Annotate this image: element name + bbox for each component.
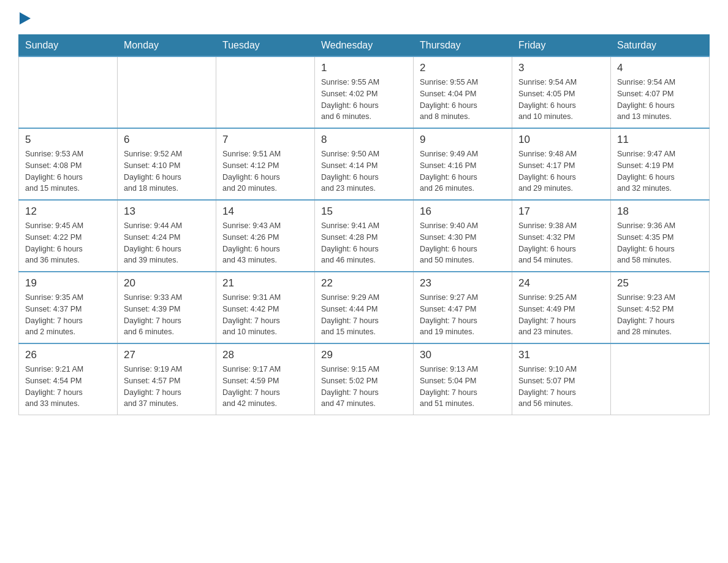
calendar-cell: 19Sunrise: 9:35 AM Sunset: 4:37 PM Dayli… — [19, 272, 118, 343]
calendar-cell: 5Sunrise: 9:53 AM Sunset: 4:08 PM Daylig… — [19, 128, 118, 200]
day-number: 23 — [420, 277, 506, 289]
calendar-week-row: 5Sunrise: 9:53 AM Sunset: 4:08 PM Daylig… — [19, 128, 710, 200]
calendar-header-thursday: Thursday — [414, 35, 512, 57]
day-info: Sunrise: 9:23 AM Sunset: 4:52 PM Dayligh… — [617, 292, 703, 338]
calendar-header-saturday: Saturday — [611, 35, 710, 57]
calendar-cell: 29Sunrise: 9:15 AM Sunset: 5:02 PM Dayli… — [315, 343, 414, 415]
day-info: Sunrise: 9:10 AM Sunset: 5:07 PM Dayligh… — [518, 364, 604, 410]
day-info: Sunrise: 9:41 AM Sunset: 4:28 PM Dayligh… — [321, 220, 407, 266]
day-info: Sunrise: 9:33 AM Sunset: 4:39 PM Dayligh… — [124, 292, 210, 338]
svg-marker-0 — [20, 12, 31, 25]
day-info: Sunrise: 9:36 AM Sunset: 4:35 PM Dayligh… — [617, 220, 703, 266]
calendar-header-monday: Monday — [118, 35, 216, 57]
calendar-week-row: 12Sunrise: 9:45 AM Sunset: 4:22 PM Dayli… — [19, 200, 710, 272]
day-number: 11 — [617, 134, 703, 146]
day-info: Sunrise: 9:25 AM Sunset: 4:49 PM Dayligh… — [518, 292, 604, 338]
day-info: Sunrise: 9:55 AM Sunset: 4:04 PM Dayligh… — [420, 77, 506, 123]
day-number: 10 — [518, 134, 604, 146]
day-number: 27 — [124, 349, 210, 361]
calendar-week-row: 1Sunrise: 9:55 AM Sunset: 4:02 PM Daylig… — [19, 56, 710, 128]
calendar-header-row: SundayMondayTuesdayWednesdayThursdayFrid… — [19, 35, 710, 57]
day-number: 4 — [617, 62, 703, 74]
logo-arrow-icon — [20, 12, 31, 25]
day-info: Sunrise: 9:27 AM Sunset: 4:47 PM Dayligh… — [420, 292, 506, 338]
calendar-cell: 9Sunrise: 9:49 AM Sunset: 4:16 PM Daylig… — [414, 128, 512, 200]
day-info: Sunrise: 9:35 AM Sunset: 4:37 PM Dayligh… — [25, 292, 111, 338]
calendar-cell — [216, 56, 315, 128]
day-number: 16 — [420, 205, 506, 218]
day-info: Sunrise: 9:29 AM Sunset: 4:44 PM Dayligh… — [321, 292, 407, 338]
calendar-cell: 4Sunrise: 9:54 AM Sunset: 4:07 PM Daylig… — [611, 56, 710, 128]
day-info: Sunrise: 9:44 AM Sunset: 4:24 PM Dayligh… — [124, 220, 210, 266]
day-info: Sunrise: 9:40 AM Sunset: 4:30 PM Dayligh… — [420, 220, 506, 266]
logo — [18, 12, 32, 22]
calendar-cell: 10Sunrise: 9:48 AM Sunset: 4:17 PM Dayli… — [512, 128, 611, 200]
calendar-table: SundayMondayTuesdayWednesdayThursdayFrid… — [18, 34, 710, 415]
calendar-cell: 23Sunrise: 9:27 AM Sunset: 4:47 PM Dayli… — [414, 272, 512, 343]
day-number: 7 — [222, 134, 308, 146]
day-number: 18 — [617, 205, 703, 218]
day-info: Sunrise: 9:38 AM Sunset: 4:32 PM Dayligh… — [518, 220, 604, 266]
day-number: 29 — [321, 349, 407, 361]
day-number: 22 — [321, 277, 407, 289]
day-number: 8 — [321, 134, 407, 146]
day-info: Sunrise: 9:48 AM Sunset: 4:17 PM Dayligh… — [518, 148, 604, 194]
day-number: 13 — [124, 205, 210, 218]
calendar-cell: 28Sunrise: 9:17 AM Sunset: 4:59 PM Dayli… — [216, 343, 315, 415]
day-info: Sunrise: 9:15 AM Sunset: 5:02 PM Dayligh… — [321, 364, 407, 410]
day-number: 28 — [222, 349, 308, 361]
calendar-cell: 25Sunrise: 9:23 AM Sunset: 4:52 PM Dayli… — [611, 272, 710, 343]
page-header — [18, 12, 710, 22]
day-info: Sunrise: 9:53 AM Sunset: 4:08 PM Dayligh… — [25, 148, 111, 194]
day-number: 14 — [222, 205, 308, 218]
day-number: 26 — [25, 349, 111, 361]
calendar-cell: 26Sunrise: 9:21 AM Sunset: 4:54 PM Dayli… — [19, 343, 118, 415]
calendar-header-tuesday: Tuesday — [216, 35, 315, 57]
calendar-header-friday: Friday — [512, 35, 611, 57]
day-number: 5 — [25, 134, 111, 146]
day-info: Sunrise: 9:54 AM Sunset: 4:07 PM Dayligh… — [617, 77, 703, 123]
calendar-cell: 6Sunrise: 9:52 AM Sunset: 4:10 PM Daylig… — [118, 128, 216, 200]
calendar-cell: 2Sunrise: 9:55 AM Sunset: 4:04 PM Daylig… — [414, 56, 512, 128]
day-number: 25 — [617, 277, 703, 289]
calendar-cell: 24Sunrise: 9:25 AM Sunset: 4:49 PM Dayli… — [512, 272, 611, 343]
calendar-cell — [19, 56, 118, 128]
calendar-cell: 22Sunrise: 9:29 AM Sunset: 4:44 PM Dayli… — [315, 272, 414, 343]
calendar-cell: 14Sunrise: 9:43 AM Sunset: 4:26 PM Dayli… — [216, 200, 315, 272]
day-number: 6 — [124, 134, 210, 146]
calendar-week-row: 26Sunrise: 9:21 AM Sunset: 4:54 PM Dayli… — [19, 343, 710, 415]
calendar-cell: 7Sunrise: 9:51 AM Sunset: 4:12 PM Daylig… — [216, 128, 315, 200]
calendar-cell: 3Sunrise: 9:54 AM Sunset: 4:05 PM Daylig… — [512, 56, 611, 128]
calendar-cell: 13Sunrise: 9:44 AM Sunset: 4:24 PM Dayli… — [118, 200, 216, 272]
calendar-cell: 15Sunrise: 9:41 AM Sunset: 4:28 PM Dayli… — [315, 200, 414, 272]
day-number: 24 — [518, 277, 604, 289]
day-info: Sunrise: 9:45 AM Sunset: 4:22 PM Dayligh… — [25, 220, 111, 266]
day-info: Sunrise: 9:31 AM Sunset: 4:42 PM Dayligh… — [222, 292, 308, 338]
day-number: 19 — [25, 277, 111, 289]
calendar-cell: 16Sunrise: 9:40 AM Sunset: 4:30 PM Dayli… — [414, 200, 512, 272]
day-info: Sunrise: 9:13 AM Sunset: 5:04 PM Dayligh… — [420, 364, 506, 410]
calendar-cell — [118, 56, 216, 128]
calendar-cell: 1Sunrise: 9:55 AM Sunset: 4:02 PM Daylig… — [315, 56, 414, 128]
day-number: 21 — [222, 277, 308, 289]
calendar-week-row: 19Sunrise: 9:35 AM Sunset: 4:37 PM Dayli… — [19, 272, 710, 343]
day-info: Sunrise: 9:52 AM Sunset: 4:10 PM Dayligh… — [124, 148, 210, 194]
day-info: Sunrise: 9:50 AM Sunset: 4:14 PM Dayligh… — [321, 148, 407, 194]
day-number: 1 — [321, 62, 407, 74]
day-info: Sunrise: 9:43 AM Sunset: 4:26 PM Dayligh… — [222, 220, 308, 266]
day-number: 17 — [518, 205, 604, 218]
calendar-cell: 30Sunrise: 9:13 AM Sunset: 5:04 PM Dayli… — [414, 343, 512, 415]
calendar-cell: 18Sunrise: 9:36 AM Sunset: 4:35 PM Dayli… — [611, 200, 710, 272]
day-number: 20 — [124, 277, 210, 289]
day-number: 12 — [25, 205, 111, 218]
day-number: 2 — [420, 62, 506, 74]
day-number: 9 — [420, 134, 506, 146]
calendar-cell: 12Sunrise: 9:45 AM Sunset: 4:22 PM Dayli… — [19, 200, 118, 272]
calendar-cell: 31Sunrise: 9:10 AM Sunset: 5:07 PM Dayli… — [512, 343, 611, 415]
calendar-cell — [611, 343, 710, 415]
day-number: 30 — [420, 349, 506, 361]
day-info: Sunrise: 9:17 AM Sunset: 4:59 PM Dayligh… — [222, 364, 308, 410]
day-info: Sunrise: 9:19 AM Sunset: 4:57 PM Dayligh… — [124, 364, 210, 410]
day-info: Sunrise: 9:51 AM Sunset: 4:12 PM Dayligh… — [222, 148, 308, 194]
calendar-header-sunday: Sunday — [19, 35, 118, 57]
